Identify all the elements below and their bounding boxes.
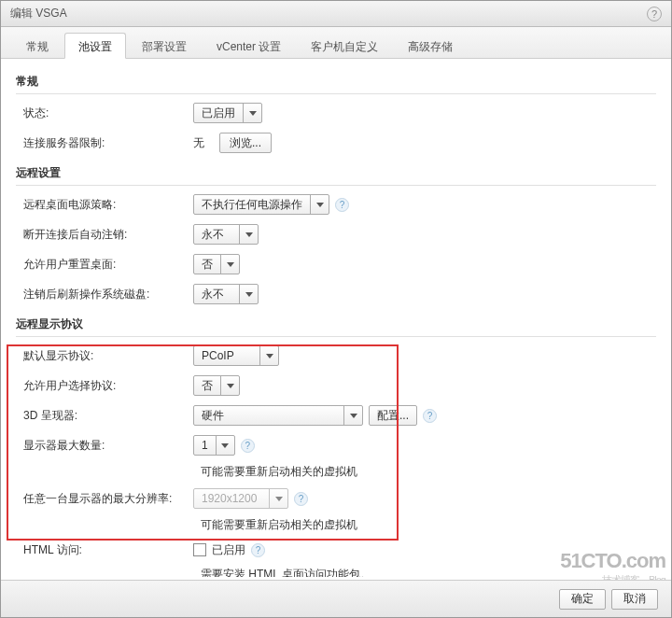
chevron-down-icon [269,488,287,509]
section-remote-title: 远程设置 [16,158,656,186]
hint-restart-1: 可能需要重新启动相关的虚拟机 [201,460,656,484]
section-display-title: 远程显示协议 [16,309,656,337]
tab-guest-custom[interactable]: 客户机自定义 [297,33,392,58]
label-max-monitors: 显示器最大数量: [16,438,193,454]
label-allow-reset: 允许用户重置桌面: [16,257,193,273]
select-max-res[interactable]: 1920x1200 [193,488,288,509]
select-logoff[interactable]: 永不 [193,224,259,245]
chevron-down-icon [259,345,278,366]
chevron-down-icon [310,194,329,215]
chevron-down-icon [239,224,258,245]
row-max-monitors: 显示器最大数量: 1 ? [16,430,656,460]
help-icon[interactable]: ? [241,439,255,453]
label-logoff: 断开连接后自动注销: [16,227,193,243]
select-renderer[interactable]: 硬件 [193,405,363,426]
tab-vcenter-settings[interactable]: vCenter 设置 [203,33,295,58]
tab-general[interactable]: 常规 [12,33,63,58]
tab-deploy-settings[interactable]: 部署设置 [128,33,201,58]
dialog-title: 编辑 VSGA [10,6,67,21]
label-status: 状态: [16,105,193,121]
browse-button[interactable]: 浏览... [219,133,272,153]
help-icon[interactable]: ? [647,7,662,21]
value-conn-limit: 无 [193,135,204,151]
label-allow-select: 允许用户选择协议: [16,378,193,394]
section-general-title: 常规 [16,66,656,94]
help-icon[interactable]: ? [423,409,437,423]
checkbox-label: 已启用 [212,542,245,558]
tab-strip: 常规 池设置 部署设置 vCenter 设置 客户机自定义 高级存储 [1,27,671,59]
dialog-edit-vsga: 编辑 VSGA ? 常规 池设置 部署设置 vCenter 设置 客户机自定义 … [0,0,672,618]
chevron-down-icon [220,375,239,396]
select-allow-select[interactable]: 否 [193,375,240,396]
select-power[interactable]: 不执行任何电源操作 [193,194,329,215]
chevron-down-icon [220,254,239,274]
label-default-proto: 默认显示协议: [16,348,193,364]
label-max-res: 任意一台显示器的最大分辨率: [16,491,193,507]
checkbox-html-enabled[interactable] [193,543,206,556]
ok-button[interactable]: 确定 [559,589,606,610]
select-default-proto[interactable]: PCoIP [193,345,279,366]
select-refresh[interactable]: 永不 [193,284,259,304]
hint-html: 需要安装 HTML 桌面访问功能包。 [201,563,656,577]
row-conn-limit: 连接服务器限制: 无 浏览... [16,128,656,158]
help-icon[interactable]: ? [251,543,265,557]
help-icon[interactable]: ? [335,198,349,212]
label-refresh: 注销后刷新操作系统磁盘: [16,287,193,302]
row-status: 状态: 已启用 [16,98,656,128]
select-allow-reset[interactable]: 否 [193,254,240,274]
tab-pool-settings[interactable]: 池设置 [64,33,126,59]
hint-restart-2: 可能需要重新启动相关的虚拟机 [201,513,656,537]
row-html-access: HTML 访问: 已启用 ? [16,537,656,563]
chevron-down-icon [243,103,261,123]
row-max-res: 任意一台显示器的最大分辨率: 1920x1200 ? [16,484,656,513]
content-area: 常规 状态: 已启用 连接服务器限制: 无 浏览... 远程设置 远程桌面电源策… [1,59,671,577]
help-icon[interactable]: ? [294,492,308,506]
label-html: HTML 访问: [16,542,193,558]
chevron-down-icon [216,435,234,456]
tab-advanced-storage[interactable]: 高级存储 [394,33,467,58]
chevron-down-icon [239,284,258,304]
row-power-policy: 远程桌面电源策略: 不执行任何电源操作 ? [16,190,656,219]
cancel-button[interactable]: 取消 [611,589,658,610]
chevron-down-icon [343,405,362,426]
configure-button[interactable]: 配置... [369,405,417,426]
label-conn-limit: 连接服务器限制: [16,135,193,151]
label-renderer: 3D 呈现器: [16,408,193,424]
row-allow-reset: 允许用户重置桌面: 否 [16,249,656,279]
row-logoff: 断开连接后自动注销: 永不 [16,219,656,249]
row-allow-select-proto: 允许用户选择协议: 否 [16,371,656,400]
label-power: 远程桌面电源策略: [16,197,193,213]
row-default-proto: 默认显示协议: PCoIP [16,341,656,371]
row-refresh: 注销后刷新操作系统磁盘: 永不 [16,279,656,309]
dialog-footer: 确定 取消 [1,580,671,617]
select-status[interactable]: 已启用 [193,103,262,123]
titlebar: 编辑 VSGA ? [1,1,671,27]
row-renderer: 3D 呈现器: 硬件 配置... ? [16,400,656,430]
select-max-monitors[interactable]: 1 [193,435,235,456]
